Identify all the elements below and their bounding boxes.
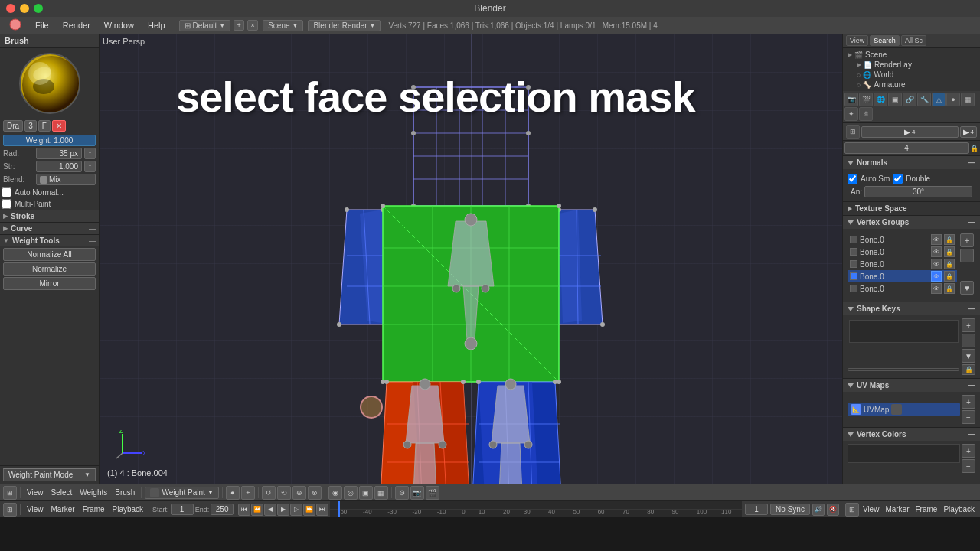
play-step-forward[interactable]: ▷ [290, 504, 302, 516]
play-jump-end[interactable]: ⏭ [316, 504, 328, 516]
tl-view-menu2[interactable]: View [861, 504, 882, 514]
vg-item-2[interactable]: Bone.0 👁 🔒 [848, 258, 957, 270]
vg-lock-1[interactable]: 🔒 [944, 246, 955, 257]
vg-item-0[interactable]: Bone.0 👁 🔒 [848, 233, 957, 246]
scene-selector[interactable]: Scene▼ [263, 20, 303, 31]
mode-label-bottom[interactable]: Weight Paint ▼ [145, 487, 218, 499]
tool-icon-7[interactable]: ▣ [359, 486, 373, 500]
vg-eye-1[interactable]: 👁 [931, 246, 942, 257]
tab-search[interactable]: Search [870, 35, 900, 46]
weights-menu-bottom[interactable]: Weights [77, 487, 110, 497]
vg-add-btn[interactable]: + [960, 233, 974, 247]
shape-keys-header[interactable]: Shape Keys — [843, 302, 980, 315]
normals-header[interactable]: Normals — [843, 156, 980, 169]
viewport[interactable]: User Persp select face selection mask [100, 34, 842, 484]
tl-marker-menu[interactable]: Marker [48, 504, 78, 514]
texture-icon[interactable]: ▦ [961, 93, 975, 106]
texture-space-header[interactable]: Texture Space [843, 202, 980, 215]
modifiers-icon[interactable]: 🔧 [917, 93, 931, 106]
curve-section[interactable]: ▶ Curve — [0, 222, 99, 234]
vc-add-btn[interactable]: + [962, 444, 975, 458]
tl-frame-menu[interactable]: Frame [80, 504, 108, 514]
tl-playback-menu[interactable]: Playback [109, 504, 147, 514]
vg-item-3[interactable]: Bone.0 👁 🔒 [848, 270, 957, 282]
expand-icon[interactable]: ⊞ [846, 125, 860, 139]
tool-icon-4[interactable]: ⊗ [308, 486, 322, 500]
sk-collapse[interactable]: — [968, 305, 975, 313]
vc-collapse[interactable]: — [968, 430, 975, 439]
draw-mode-sphere[interactable]: ● [226, 486, 240, 500]
tl-frame-menu2[interactable]: Frame [913, 504, 940, 514]
window-menu[interactable]: Window [98, 19, 140, 31]
render-menu[interactable]: Render [57, 19, 96, 31]
sk-lock-btn[interactable]: 🔒 [962, 364, 975, 375]
vc-remove-btn[interactable]: − [962, 459, 975, 473]
tab-all-scenes[interactable]: All Sc [901, 35, 926, 46]
normalize-btn[interactable]: Normalize [3, 262, 96, 276]
tool-icon-11[interactable]: 🎬 [426, 486, 439, 500]
vg-lock-0[interactable]: 🔒 [944, 234, 955, 245]
file-menu[interactable]: File [29, 19, 55, 31]
uv-add-btn[interactable]: + [962, 395, 975, 409]
view-menu-bottom[interactable]: View [24, 487, 47, 497]
timeline-footer-icon[interactable]: ⊞ [845, 503, 859, 517]
minimize-button[interactable] [20, 4, 29, 13]
viewport-display-selector[interactable]: ▶4 [861, 126, 959, 138]
particles-icon[interactable]: ✦ [844, 107, 858, 121]
str-arrow[interactable]: ↑ [84, 161, 96, 172]
brush-f[interactable]: F [38, 120, 51, 132]
brush-type-dra[interactable]: Dra [3, 120, 23, 132]
tool-icon-1[interactable]: ↺ [262, 486, 276, 500]
rad-arrow[interactable]: ↑ [84, 148, 96, 159]
editor-type-selector[interactable]: ⊞Default▼ [179, 20, 231, 31]
tool-icon-5[interactable]: ◉ [328, 486, 342, 500]
vg-item-1[interactable]: Bone.0 👁 🔒 [848, 246, 957, 258]
mute-btn[interactable]: 🔇 [827, 504, 839, 516]
render-props-icon[interactable]: 📷 [844, 93, 858, 106]
play-prev-keyframe[interactable]: ⏪ [251, 504, 263, 516]
scene-props-icon[interactable]: 🎬 [859, 93, 873, 106]
stroke-section[interactable]: ▶ Stroke — [0, 210, 99, 222]
uv-map-item[interactable]: 📐 UVMap [848, 403, 960, 416]
editor-icon[interactable]: ⊞ [3, 486, 17, 500]
brush-num[interactable]: 3 [24, 120, 37, 132]
timeline-editor-icon[interactable]: ⊞ [3, 503, 17, 517]
normalize-all-btn[interactable]: Normalize All [3, 248, 96, 261]
mirror-btn[interactable]: Mirror [3, 277, 96, 290]
sk-special-btn[interactable]: ▼ [962, 349, 975, 363]
uv-collapse[interactable]: — [968, 381, 975, 390]
vg-collapse[interactable]: — [968, 218, 975, 227]
mesh-props-icon[interactable]: △ [932, 93, 946, 106]
vg-eye-0[interactable]: 👁 [931, 234, 942, 245]
tool-icon-9[interactable]: ⚙ [395, 486, 409, 500]
object-props-icon[interactable]: ▣ [888, 93, 902, 106]
tl-view-menu[interactable]: View [24, 504, 47, 514]
world-item[interactable]: ○ 🌐 World [855, 70, 977, 80]
vg-item-4[interactable]: Bone.0 👁 🔒 [848, 282, 957, 295]
vg-remove-btn[interactable]: − [960, 249, 974, 262]
close-button[interactable] [6, 4, 15, 13]
sk-add-btn[interactable]: + [962, 318, 975, 332]
sk-remove-btn[interactable]: − [962, 334, 975, 347]
brush-x[interactable]: ✕ [52, 120, 66, 132]
engine-selector[interactable]: Blender Render▼ [308, 20, 381, 31]
angle-value[interactable]: 30° [864, 186, 972, 197]
brush-menu-bottom[interactable]: Brush [112, 487, 138, 497]
blend-selector[interactable]: Mix [36, 174, 96, 185]
start-frame[interactable]: 1 [171, 504, 194, 515]
play-next-keyframe[interactable]: ⏩ [303, 504, 315, 516]
select-menu-bottom[interactable]: Select [48, 487, 76, 497]
vg-eye-3[interactable]: 👁 [931, 271, 942, 282]
tl-playback-menu2[interactable]: Playback [941, 504, 977, 514]
world-props-icon[interactable]: 🌐 [874, 93, 887, 106]
double-sided-check[interactable] [893, 174, 903, 184]
num-field[interactable]: 4 [844, 142, 969, 154]
str-value[interactable]: 1.000 [36, 161, 82, 172]
mode-selector[interactable]: Weight Paint Mode ▼ [3, 468, 96, 481]
vg-lock-4[interactable]: 🔒 [944, 283, 955, 294]
vg-eye-4[interactable]: 👁 [931, 283, 942, 294]
sync-selector[interactable]: No Sync [770, 504, 810, 515]
vg-lock-2[interactable]: 🔒 [944, 259, 955, 269]
renderlayer-item[interactable]: ▶ 📄 RenderLay [855, 60, 977, 70]
viewport-display-selector2[interactable]: ▶4 [960, 126, 977, 138]
